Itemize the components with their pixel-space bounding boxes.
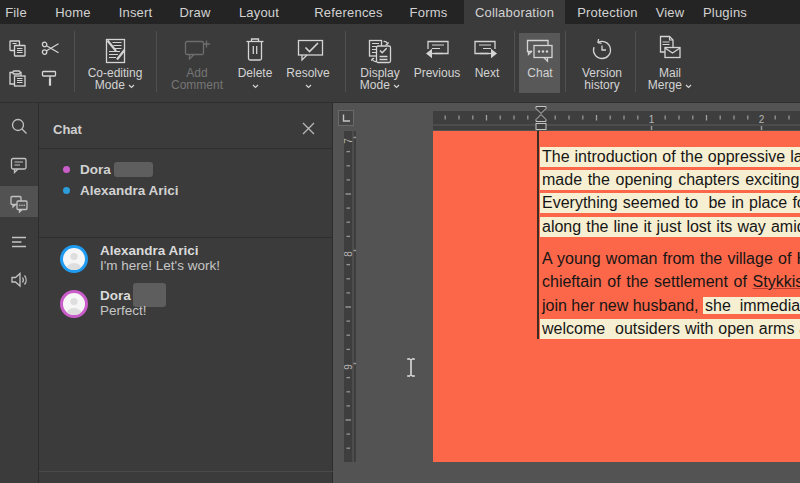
svg-text:7: 7 — [344, 138, 354, 144]
svg-text:1: 1 — [649, 114, 655, 125]
svg-text:2: 2 — [759, 114, 765, 125]
svg-text:9: 9 — [344, 364, 354, 370]
svg-text:8: 8 — [344, 251, 354, 257]
